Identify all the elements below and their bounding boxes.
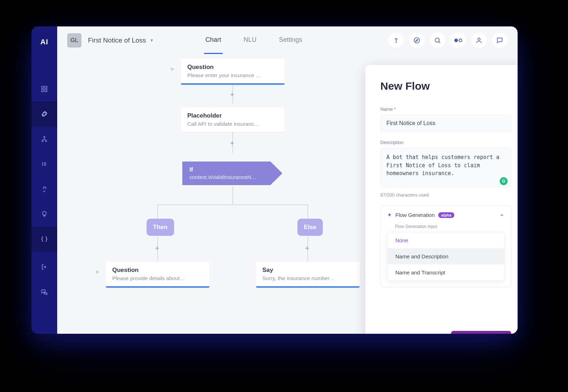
toggle-button[interactable]: [450, 33, 466, 48]
panel-title: New Flow: [380, 80, 511, 92]
search-button[interactable]: [430, 33, 445, 48]
logo: AI: [40, 38, 48, 46]
flow-generation-input-label: Flow Generation Input: [395, 224, 504, 229]
branch-then[interactable]: Then: [147, 219, 174, 236]
name-label: Name *: [380, 106, 511, 112]
tree-icon: [41, 135, 48, 143]
create-button[interactable]: ✦ Create: [451, 331, 511, 334]
grammarly-icon[interactable]: G: [500, 177, 508, 185]
exit-icon: [41, 263, 48, 271]
topbar: GL First Notice of Loss ▼ Chart NLU Sett…: [57, 26, 518, 54]
comment-icon: [496, 37, 503, 44]
compass-button[interactable]: [409, 33, 425, 48]
name-input[interactable]: [380, 115, 511, 132]
flow-generation-input-dropdown: None Name and Description Name and Trans…: [387, 232, 504, 281]
project-badge[interactable]: GL: [67, 33, 82, 48]
description-input[interactable]: [380, 148, 511, 187]
tab-nlu[interactable]: NLU: [242, 27, 258, 54]
svg-rect-3: [45, 90, 47, 92]
connector: [157, 204, 158, 219]
node-question-2[interactable]: ▶ Question Please provide details about…: [106, 262, 209, 288]
add-node-button[interactable]: +: [230, 90, 234, 99]
svg-rect-2: [42, 90, 44, 92]
flow-generation-title: Flow Generation: [395, 212, 435, 218]
tab-chart[interactable]: Chart: [204, 27, 223, 54]
dropdown-option-none[interactable]: None: [387, 232, 504, 248]
svg-point-7: [396, 42, 396, 43]
node-say[interactable]: Say Sorry, the insurance number…: [256, 262, 360, 288]
sidebar-item-build[interactable]: [31, 101, 57, 126]
new-flow-panel: New Flow Name * Description G 87/200 cha…: [365, 65, 518, 334]
node-title: Question: [112, 267, 203, 274]
grid-icon: [41, 85, 48, 93]
svg-point-10: [455, 39, 458, 42]
node-if[interactable]: If context.isValidInsuranceN…: [182, 162, 282, 185]
node-title: Say: [262, 267, 353, 274]
sidebar-item-exit[interactable]: [31, 254, 57, 279]
node-subtitle: Please provide details about…: [112, 275, 203, 281]
node-placeholder[interactable]: Placeholder Call API to validate insuran…: [181, 107, 285, 132]
node-title: If: [189, 167, 275, 173]
svg-rect-1: [45, 86, 47, 89]
dropdown-option-name-description[interactable]: Name and Description: [387, 248, 504, 264]
comment-button[interactable]: [492, 33, 508, 48]
help-button[interactable]: [388, 33, 404, 48]
pin-icon: [40, 110, 48, 118]
description-label: Description: [380, 140, 511, 145]
compass-icon: [413, 37, 420, 44]
toolbar-icons: [388, 33, 508, 48]
node-subtitle: Please enter your insurance …: [187, 72, 278, 78]
user-icon: [475, 37, 483, 44]
project-name-dropdown[interactable]: First Notice of Loss ▼: [88, 36, 154, 44]
profile-button[interactable]: [471, 33, 487, 48]
sidebar-item-ideas[interactable]: [31, 202, 57, 227]
svg-point-5: [42, 140, 43, 142]
project-name-label: First Notice of Loss: [88, 36, 146, 44]
sparkle-icon: ✦: [387, 212, 392, 218]
panel-footer: Cancel ✦ Create: [380, 331, 511, 334]
tab-settings[interactable]: Settings: [278, 27, 304, 54]
svg-point-9: [435, 38, 439, 42]
cancel-button[interactable]: Cancel: [380, 332, 401, 334]
svg-rect-0: [42, 86, 44, 89]
toggle-icon: [454, 38, 463, 43]
node-subtitle: Sorry, the insurance number…: [262, 275, 353, 281]
sidebar-item-list[interactable]: [31, 152, 57, 177]
svg-point-4: [44, 137, 45, 138]
expand-icon[interactable]: ▶: [171, 66, 175, 71]
add-node-button[interactable]: +: [230, 139, 234, 148]
sidebar-item-integrations[interactable]: [31, 177, 57, 202]
question-icon: [392, 37, 400, 44]
connector: [157, 204, 308, 205]
dropdown-option-name-transcript[interactable]: Name and Transcript: [387, 264, 504, 281]
app-window: AI GL First: [31, 26, 518, 334]
flow-generation-section: ✦ Flow Generation alpha Flow Generation …: [380, 205, 511, 287]
main-area: GL First Notice of Loss ▼ Chart NLU Sett…: [57, 26, 518, 334]
add-node-button[interactable]: +: [305, 244, 310, 253]
sidebar: AI: [31, 26, 57, 334]
character-count: 87/200 characters used: [380, 192, 511, 198]
svg-point-8: [414, 38, 420, 43]
svg-point-12: [478, 38, 480, 40]
search-icon: [434, 37, 441, 44]
sidebar-item-dashboard[interactable]: [31, 76, 57, 101]
svg-point-6: [45, 140, 46, 142]
sidebar-item-code[interactable]: [31, 227, 57, 252]
branch-else[interactable]: Else: [297, 219, 323, 236]
svg-point-11: [459, 39, 462, 42]
chat-icon: [41, 288, 48, 296]
node-question-1[interactable]: ▶ Question Please enter your insurance …: [181, 59, 285, 85]
connector: [307, 204, 308, 219]
sidebar-item-chat[interactable]: [31, 279, 57, 304]
expand-icon[interactable]: ▶: [96, 269, 100, 274]
add-node-button[interactable]: +: [155, 244, 159, 253]
flow-generation-header[interactable]: ✦ Flow Generation alpha: [387, 212, 504, 218]
node-subtitle: Call API to validate insuranc…: [187, 121, 278, 127]
list-icon: [41, 160, 48, 168]
plug-icon: [41, 185, 48, 193]
chevron-down-icon: ▼: [150, 38, 154, 43]
connector: [232, 187, 233, 204]
alpha-badge: alpha: [438, 212, 454, 218]
tabs: Chart NLU Settings: [204, 27, 304, 54]
sidebar-item-flows[interactable]: [31, 126, 57, 152]
